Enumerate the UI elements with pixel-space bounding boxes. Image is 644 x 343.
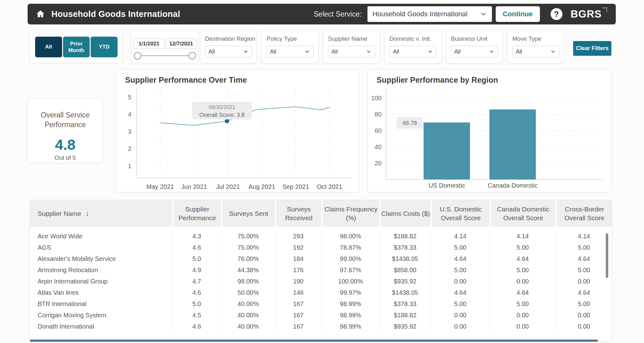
column-header-supplier-name[interactable]: Supplier Name↓ — [30, 200, 172, 227]
value-cell: $378.33 — [379, 298, 430, 309]
value-cell: 4.64 — [430, 253, 490, 264]
value-cell: 4.7 — [172, 276, 221, 287]
bgrs-logo-text: BGRS — [571, 8, 602, 20]
time-filter-prior-month[interactable]: Prior Month — [63, 37, 90, 57]
column-header-surveys-received[interactable]: Surveys Received — [275, 200, 321, 227]
filter-select-move-type[interactable]: All — [512, 46, 559, 58]
column-header-canada-domestic-overall-score[interactable]: Canada Domestic Overall Score — [490, 200, 555, 227]
table-row[interactable]: Atlas Van lines4.650.00%14699.97%$1438.0… — [30, 287, 612, 298]
value-cell: 50.00% — [221, 287, 275, 298]
filter-select-supplier-name[interactable]: All — [328, 46, 375, 58]
value-cell: 167 — [275, 309, 321, 321]
bgrs-logo: BGRS — [571, 8, 608, 20]
svg-text:Jun 2021: Jun 2021 — [181, 183, 207, 190]
value-cell: 0.00 — [490, 309, 555, 321]
supplier-name-cell: Alexander's Mobility Service — [30, 253, 172, 264]
value-cell: 0.00 — [555, 276, 612, 287]
filter-select-domestic-v-intl[interactable]: All — [389, 46, 436, 58]
filter-label: Domestic v. Intl. — [389, 35, 436, 42]
column-header-label: Cross-Border Overall Score — [557, 205, 612, 222]
value-cell: 0.00 — [490, 276, 555, 287]
table-row[interactable]: Ace World Wide4.375.00%29398.00%$188.824… — [30, 231, 612, 242]
table-row[interactable]: BTR International5.040.00%16798.99%$378.… — [30, 298, 612, 309]
value-cell: 76.00% — [221, 253, 275, 264]
filter-select-policy-type[interactable]: All — [267, 46, 314, 58]
value-cell: 0.00 — [430, 276, 490, 287]
filter-label: Policy Type — [267, 35, 314, 42]
date-slider-handle-end[interactable] — [188, 52, 196, 60]
supplier-name-cell: Corrigan Moving System — [30, 309, 172, 321]
value-cell: 293 — [275, 231, 321, 242]
time-filter-ytd[interactable]: YTD — [91, 37, 118, 57]
home-icon[interactable] — [36, 9, 45, 19]
table-vertical-scrollbar[interactable] — [606, 233, 608, 278]
value-cell: 5.00 — [430, 264, 490, 276]
clear-filters-button[interactable]: Clear Filters — [573, 41, 611, 56]
table-row[interactable]: Alexander's Mobility Service5.076.00%184… — [30, 253, 612, 264]
value-cell: 98.99% — [321, 298, 379, 309]
continue-button[interactable]: Continue — [496, 6, 540, 22]
value-cell: 98.00% — [321, 231, 379, 242]
value-cell: 40.00% — [221, 298, 275, 309]
svg-text:2: 2 — [128, 145, 131, 152]
column-header-cross-border-overall-score[interactable]: Cross-Border Overall Score — [555, 200, 612, 227]
svg-text:20: 20 — [375, 160, 382, 167]
filter-label: Destination Region — [205, 35, 252, 42]
date-end-input[interactable]: 12/7/2021 — [166, 39, 197, 49]
value-cell: 0.00 — [555, 309, 612, 321]
value-cell: 100.00% — [321, 276, 379, 287]
column-header-label: Claims Costs ($) — [381, 209, 430, 218]
table-row[interactable]: Donath International4.640.00%16798.99%$9… — [30, 321, 612, 332]
table-row[interactable]: Corrigan Moving System4.540.00%16798.99%… — [30, 309, 612, 321]
value-cell: 75.00% — [221, 231, 275, 242]
bar-us-domestic — [424, 122, 470, 179]
sort-descending-icon[interactable]: ↓ — [86, 209, 89, 218]
column-header-u-s-domestic-overall-score[interactable]: U.S. Domestic Overall Score — [430, 200, 490, 227]
column-header-claims-costs[interactable]: Claims Costs ($) — [379, 200, 430, 227]
line-chart-tooltip: 06/30/2021Overall Score: 3.8 — [192, 102, 252, 119]
svg-text:1: 1 — [128, 163, 131, 169]
filter-select-destination-region[interactable]: All — [205, 46, 252, 58]
column-header-surveys-sent[interactable]: Surveys Sent — [221, 200, 275, 227]
line-chart[interactable]: May 2021Jun 2021Jul 2021Aug 2021Sep 2021… — [116, 82, 359, 192]
table-body: Ace World Wide4.375.00%29398.00%$188.824… — [30, 227, 612, 332]
filter-card-supplier-name: Supplier NameAll — [323, 31, 380, 63]
column-header-claims-frequency[interactable]: Claims Frequency (%) — [321, 200, 379, 227]
value-cell: 40.00% — [221, 321, 275, 332]
value-cell: $935.92 — [379, 321, 430, 332]
svg-text:60: 60 — [375, 127, 382, 134]
filter-select-value: All — [516, 49, 522, 55]
bar-chart-tooltip: 66.78 — [397, 117, 423, 129]
value-cell: 97.67% — [321, 264, 379, 276]
svg-text:May 2021: May 2021 — [146, 183, 174, 190]
time-filter-group: AllPrior MonthYTD — [30, 31, 123, 63]
bar-chart[interactable]: 20406080100US DomesticCanada Domestic66.… — [368, 82, 611, 192]
horizontal-scrollbar[interactable] — [30, 340, 598, 342]
date-slider-handle-start[interactable] — [134, 52, 141, 60]
filter-label: Move Type — [512, 35, 559, 42]
service-dropdown[interactable]: Household Goods International — [367, 6, 492, 22]
bar-canada-domestic — [489, 109, 536, 179]
supplier-name-cell: Atlas Van lines — [30, 287, 172, 298]
help-icon[interactable]: ? — [551, 8, 562, 20]
column-header-supplier-performance[interactable]: Supplier Performance — [172, 200, 221, 227]
filter-select-business-unit[interactable]: All — [451, 46, 498, 58]
table-row[interactable]: Armstrong Relocation4.944.38%17697.67%$8… — [30, 264, 612, 276]
table-row[interactable]: Arpin International Group4.798.00%190100… — [30, 276, 612, 287]
value-cell: 78.87% — [321, 242, 379, 253]
value-cell: 4.6 — [172, 242, 221, 253]
column-header-label: Claims Frequency (%) — [323, 205, 379, 222]
kpi-value: 4.8 — [28, 136, 103, 153]
value-cell: 5.00 — [490, 264, 555, 276]
value-cell: 0.00 — [555, 321, 612, 332]
time-filter-all[interactable]: All — [35, 37, 62, 57]
page-title: Household Goods International — [51, 9, 180, 19]
filter-select-value: All — [270, 49, 276, 55]
date-start-input[interactable]: 1/1/2021 — [134, 39, 164, 49]
table-row[interactable]: AGS4.675.00%19278.87%$378.335.005.005.00 — [30, 242, 612, 253]
value-cell: $935.92 — [379, 276, 430, 287]
value-cell: 40.00% — [221, 309, 275, 321]
value-cell: 4.6 — [172, 287, 221, 298]
value-cell: 5.00 — [490, 298, 555, 309]
bar-chart-card: Supplier Performance by Region 204060801… — [367, 70, 611, 192]
